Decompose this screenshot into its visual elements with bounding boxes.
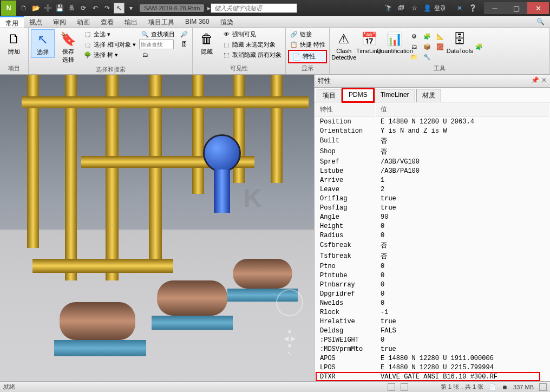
search-sets-icon[interactable]: 🔎 — [178, 29, 190, 39]
table-row[interactable]: Ptntube0 — [316, 271, 549, 279]
tool-g-icon[interactable]: 📁 — [408, 52, 420, 62]
table-row[interactable]: Rlock-1 — [316, 308, 549, 316]
appstore-icon[interactable]: 🧩 — [473, 42, 485, 51]
menu-output[interactable]: 输出 — [119, 16, 143, 28]
tool-e-icon[interactable]: 📦 — [421, 42, 433, 51]
quick-find-input[interactable] — [139, 40, 174, 49]
table-row[interactable]: APOSE 14880 N 12280 U 1911.000006 — [316, 354, 549, 362]
select-tree-button[interactable]: 🌳选择 树 ▾ — [82, 50, 138, 60]
table-row[interactable]: Ptnbarray0 — [316, 280, 549, 289]
save-icon[interactable]: 💾 — [54, 3, 65, 14]
app-logo[interactable]: N — [1, 1, 16, 16]
open-icon[interactable]: 📂 — [30, 3, 41, 14]
table-row[interactable]: Oriflagtrue — [316, 194, 549, 202]
pointer-icon[interactable]: ↖ — [114, 3, 125, 14]
attach-icon[interactable]: ➕ — [42, 3, 53, 14]
tool-h-icon[interactable]: 🔧 — [421, 52, 433, 62]
force-visible-button[interactable]: 👁强制可见 — [220, 29, 283, 39]
close-icon[interactable]: ✕ — [541, 76, 547, 86]
select-same-button[interactable]: ⬚选择 相同对象 ▾ — [82, 40, 138, 49]
status-icon-c[interactable] — [539, 383, 547, 391]
sets-button[interactable]: 🗂 — [139, 50, 176, 60]
tab-material[interactable]: 材质 — [416, 89, 441, 102]
status-icon-a[interactable] — [388, 383, 395, 391]
table-row[interactable]: Tsfbreak否 — [316, 251, 549, 261]
link-button[interactable]: 🔗链接 — [288, 29, 327, 39]
find-item-button[interactable]: 🔍查找项目 — [139, 29, 176, 39]
menu-viewpoint[interactable]: 视点 — [24, 16, 48, 28]
login-label[interactable]: 登录 — [434, 4, 446, 12]
menu-project-tools[interactable]: 项目工具 — [143, 16, 180, 28]
table-row[interactable]: LPOSE 14880 N 12280 U 2215.799994 — [316, 363, 549, 371]
exchange-icon[interactable]: ✕ — [454, 3, 466, 14]
select-all-button[interactable]: ⬚全选 ▾ — [82, 29, 138, 39]
glossary-icon[interactable]: 🗊 — [395, 3, 407, 14]
star-icon[interactable]: ☆ — [408, 3, 420, 14]
search-db-icon[interactable]: 🗄 — [178, 40, 190, 49]
attach-button[interactable]: 🗋 附加 — [2, 29, 26, 57]
window-minimize[interactable]: ─ — [484, 2, 506, 14]
tool-b-icon[interactable]: 🧩 — [421, 31, 433, 41]
new-icon[interactable]: 🗋 — [18, 3, 29, 14]
pin-icon[interactable]: 📌 — [531, 76, 539, 86]
datatools-button[interactable]: 🗄DataTools — [448, 29, 472, 55]
table-row[interactable]: Nwelds0 — [316, 299, 549, 307]
3d-viewport[interactable]: K ▲◀ ▶▼↖ — [0, 75, 314, 381]
table-row[interactable]: Posflagtrue — [316, 204, 549, 212]
undo-icon[interactable]: ↶ — [90, 3, 101, 14]
table-row[interactable]: Radius0 — [316, 231, 549, 239]
binoculars-icon[interactable]: 🔭 — [382, 3, 394, 14]
menu-bim360[interactable]: BIM 360 — [180, 16, 215, 28]
unhide-all-button[interactable]: ⬚取消隐藏 所有对象 — [220, 50, 283, 60]
table-row[interactable]: Angle90 — [316, 213, 549, 221]
tool-d-icon[interactable]: 🗂 — [408, 42, 420, 51]
table-row[interactable]: Arrive1 — [316, 176, 549, 184]
window-maximize[interactable]: ▢ — [506, 2, 527, 14]
user-icon[interactable]: 👤 — [421, 3, 433, 14]
menu-common[interactable]: 常用 — [0, 16, 24, 28]
properties-button[interactable]: 📄特性 — [288, 50, 327, 63]
redo-icon[interactable]: ↷ — [102, 3, 113, 14]
print-icon[interactable]: 🖶 — [66, 3, 77, 14]
tab-project[interactable]: 项目 — [317, 89, 342, 102]
help-icon[interactable]: ❔ — [467, 3, 479, 14]
nav-arrows[interactable]: ▲◀ ▶▼↖ — [276, 327, 303, 360]
tool-f-icon[interactable]: 🧱 — [434, 42, 446, 51]
quantification-button[interactable]: 📊Quantification — [383, 29, 407, 55]
properties-list[interactable]: 特性 值 PositionE 14880 N 12280 U 2063.4Ori… — [315, 102, 550, 381]
table-row[interactable]: Dpgridref0 — [316, 290, 549, 298]
menu-search-icon[interactable]: 🔍 — [531, 16, 550, 28]
tab-timeliner[interactable]: TimeLiner — [375, 89, 415, 102]
table-row[interactable]: Leave2 — [316, 185, 549, 193]
menu-review[interactable]: 审阅 — [48, 16, 71, 28]
menu-animation[interactable]: 动画 — [71, 16, 95, 28]
tool-a-icon[interactable]: ⚙ — [408, 31, 420, 41]
tool-c-icon[interactable]: 📐 — [434, 31, 446, 41]
table-row[interactable]: PositionE 14880 N 12280 U 2063.4 — [316, 117, 549, 126]
table-row[interactable]: DTXRVALVE GATE ANSI B16.10 #300.RF — [316, 373, 549, 381]
save-selection-button[interactable]: 🔖 保存 选择 — [56, 29, 80, 65]
hide-button[interactable]: 🗑 隐藏 — [195, 29, 219, 57]
table-row[interactable]: Shop否 — [316, 147, 549, 156]
tab-pdms[interactable]: PDMS — [343, 89, 374, 102]
dropdown-icon[interactable]: ▾ — [126, 3, 136, 14]
table-row[interactable]: Built否 — [316, 136, 549, 146]
menu-view[interactable]: 查看 — [95, 16, 119, 28]
hide-unselected-button[interactable]: ⬚隐藏 未选定对象 — [220, 40, 283, 49]
search-input[interactable] — [211, 3, 297, 13]
table-row[interactable]: :PSIWEIGHT0 — [316, 336, 549, 344]
orbit-gizmo[interactable] — [276, 289, 303, 316]
quick-prop-button[interactable]: 📋快捷 特性 — [288, 40, 327, 49]
status-cap-icon[interactable]: ⏺ — [502, 384, 508, 390]
table-row[interactable]: Spref/A3B/VG100 — [316, 158, 549, 166]
table-row[interactable]: OrientationY is N and Z is W — [316, 127, 549, 135]
status-icon-b[interactable] — [401, 383, 408, 391]
table-row[interactable]: DeldsgFALS — [316, 326, 549, 335]
status-doc-icon[interactable]: 📄 — [489, 383, 496, 390]
window-close[interactable]: ✕ — [527, 2, 549, 14]
table-row[interactable]: Hrelativetrue — [316, 317, 549, 325]
table-row[interactable]: Lstube/A3B/PA100 — [316, 167, 549, 175]
table-row[interactable]: Csfbreak否 — [316, 240, 549, 250]
select-button[interactable]: ↖ 选择 — [31, 29, 55, 58]
table-row[interactable]: Ptno0 — [316, 262, 549, 270]
